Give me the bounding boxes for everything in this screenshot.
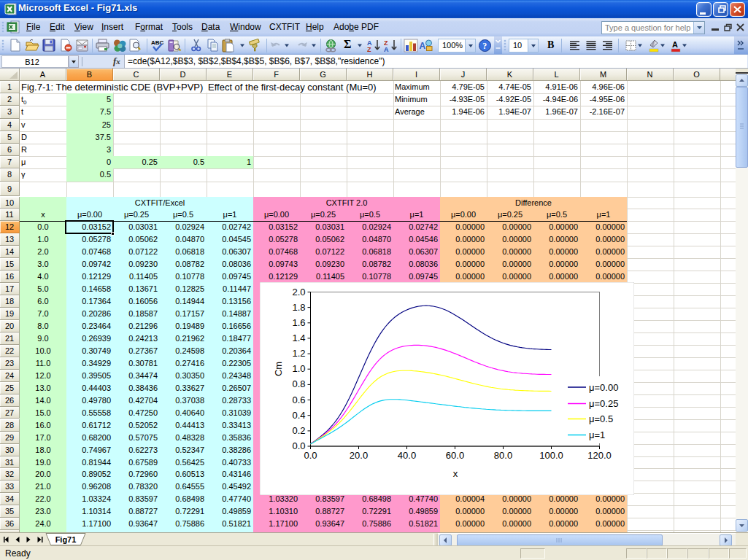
svg-text:0.0: 0.0: [292, 440, 305, 451]
svg-text:2.0: 2.0: [292, 287, 305, 298]
svg-text:A: A: [384, 46, 389, 52]
svg-text:1.8: 1.8: [292, 302, 305, 313]
svg-text:1.6: 1.6: [292, 317, 305, 328]
svg-text:Z: Z: [367, 46, 371, 52]
svg-text:0.0: 0.0: [304, 450, 317, 461]
svg-text:μ=0.5: μ=0.5: [589, 413, 613, 424]
svg-text:120.0: 120.0: [587, 450, 612, 461]
svg-text:Cm: Cm: [273, 362, 284, 376]
svg-text:20.0: 20.0: [350, 450, 368, 461]
svg-text:0.6: 0.6: [292, 394, 305, 405]
svg-text:A: A: [672, 40, 678, 49]
svg-text:100.0: 100.0: [539, 450, 563, 461]
svg-text:1.2: 1.2: [292, 348, 305, 359]
svg-text:?: ?: [482, 41, 487, 51]
svg-text:0.2: 0.2: [292, 425, 305, 436]
svg-text:A: A: [367, 39, 372, 47]
svg-text:μ=0.25: μ=0.25: [589, 398, 618, 409]
svg-text:1.0: 1.0: [292, 363, 305, 374]
svg-text:Z: Z: [384, 39, 388, 47]
svg-text:x: x: [453, 468, 458, 479]
svg-text:40.0: 40.0: [398, 450, 416, 461]
svg-text:1.4: 1.4: [292, 332, 305, 343]
svg-text:μ=0.00: μ=0.00: [589, 382, 618, 393]
svg-text:μ=1: μ=1: [589, 429, 605, 440]
svg-text:0.8: 0.8: [292, 378, 305, 389]
svg-text:0.4: 0.4: [292, 410, 305, 421]
svg-text:80.0: 80.0: [494, 450, 512, 461]
svg-text:60.0: 60.0: [446, 450, 464, 461]
svg-text:A: A: [420, 41, 426, 51]
